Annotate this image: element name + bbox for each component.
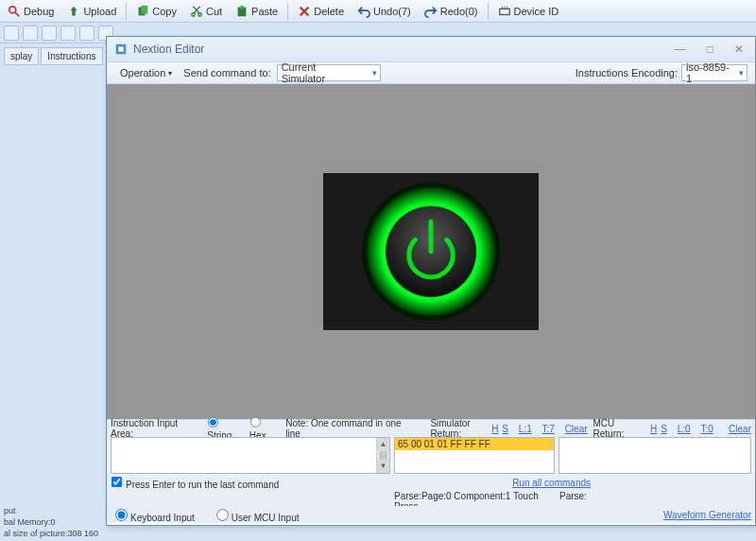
- paste-button[interactable]: Paste: [230, 2, 284, 21]
- operation-menu[interactable]: Operation ▾: [114, 65, 178, 80]
- debug-label: Debug: [24, 6, 54, 17]
- maximize-button[interactable]: □: [703, 43, 717, 56]
- note-label: Note: One command in one line: [285, 418, 417, 439]
- status-mem: bal Memory:0: [4, 516, 100, 528]
- mcu-clear-link[interactable]: Clear: [729, 424, 751, 434]
- mcu-h-link[interactable]: H: [650, 424, 657, 434]
- mcu-return-box[interactable]: [558, 437, 751, 474]
- device-icon: [498, 5, 511, 18]
- svg-rect-3: [142, 5, 148, 13]
- run-all-link[interactable]: Run all commands: [512, 478, 591, 488]
- simret-header: Simulator Return: H S L:1 T:7 Clear: [430, 418, 587, 439]
- svg-line-6: [194, 6, 199, 12]
- simret-t-link[interactable]: T:7: [542, 424, 555, 434]
- simret-label: Simulator Return:: [430, 418, 488, 439]
- user-mcu-input-radio[interactable]: User MCU Input: [212, 506, 300, 523]
- align-icon-5[interactable]: [79, 26, 94, 41]
- send-to-label: Send command to:: [183, 67, 270, 79]
- simulator-toolbar: Operation ▾ Send command to: Current Sim…: [107, 61, 755, 84]
- status-put: put: [4, 505, 100, 516]
- mcuret-header: MCU Return: H S L:0 T:0 Clear: [593, 418, 751, 439]
- input-area-label: Instruction Input Area:: [111, 418, 201, 439]
- cut-button[interactable]: Cut: [184, 2, 228, 21]
- scroll-down-icon[interactable]: ▼: [377, 460, 389, 473]
- cut-label: Cut: [206, 6, 222, 17]
- tab-instructions[interactable]: Instructions: [41, 47, 102, 65]
- svg-point-4: [192, 12, 196, 16]
- redo-label: Redo(0): [440, 6, 478, 17]
- dropdown-icon: ▾: [168, 69, 172, 78]
- keyboard-input-radio[interactable]: Keyboard Input: [111, 506, 195, 523]
- text-panels: ▲ ▼ 65 00 01 01 FF FF FF: [107, 437, 755, 474]
- redo-icon: [424, 5, 438, 18]
- simret-l-link[interactable]: L:1: [519, 424, 532, 434]
- simret-clear-link[interactable]: Clear: [565, 424, 588, 434]
- encoding-value: iso-8859-1: [686, 61, 730, 84]
- simulated-screen[interactable]: [323, 173, 539, 330]
- redo-button[interactable]: Redo(0): [419, 2, 484, 21]
- device-id-button[interactable]: Device ID: [492, 2, 565, 21]
- align-icon-3[interactable]: [42, 26, 57, 41]
- simret-s-link[interactable]: S: [502, 424, 508, 434]
- send-to-value: Current Simulator: [282, 61, 363, 84]
- undo-label: Undo(7): [373, 6, 411, 17]
- align-icon-2[interactable]: [23, 26, 38, 41]
- encoding-combo[interactable]: iso-8859-1: [681, 64, 747, 81]
- minimize-button[interactable]: —: [671, 43, 690, 56]
- svg-point-0: [9, 6, 16, 12]
- parse-sim: Parse:Page:0 Component:1 Touch Press: [394, 491, 559, 506]
- status-size: al size of picture:308 160: [4, 528, 100, 539]
- magnify-icon: [8, 5, 21, 18]
- copy-label: Copy: [152, 6, 177, 17]
- main-toolbar: Debug Upload Copy Cut Paste Delete Undo(…: [0, 0, 756, 23]
- window-controls: — □ ✕: [671, 43, 747, 56]
- mcu-t-link[interactable]: T:0: [700, 424, 713, 434]
- status-bar: put bal Memory:0 al size of picture:308 …: [0, 503, 104, 541]
- upload-icon: [67, 5, 80, 18]
- paste-label: Paste: [251, 6, 278, 17]
- copy-icon: [136, 5, 149, 18]
- bottom-panel: Instruction Input Area: String Hex Note:…: [107, 419, 755, 523]
- simulator-titlebar[interactable]: Nextion Editor — □ ✕: [107, 37, 755, 61]
- align-icon-4[interactable]: [60, 26, 76, 41]
- instruction-input[interactable]: ▲ ▼: [111, 437, 390, 474]
- delete-button[interactable]: Delete: [292, 2, 350, 21]
- parse-mcu: Parse:: [559, 491, 606, 506]
- display-area: [107, 84, 755, 419]
- input-mode-row: Keyboard Input User MCU Input Waveform G…: [107, 506, 755, 523]
- simulator-return-box[interactable]: 65 00 01 01 FF FF FF: [394, 437, 555, 474]
- undo-button[interactable]: Undo(7): [352, 2, 417, 21]
- svg-point-5: [198, 12, 202, 16]
- close-button[interactable]: ✕: [730, 43, 747, 56]
- align-icon-1[interactable]: [4, 26, 19, 41]
- tab-display[interactable]: splay: [4, 47, 39, 65]
- paste-icon: [235, 5, 249, 18]
- undo-icon: [357, 5, 370, 18]
- x-icon: [298, 5, 311, 18]
- copy-button[interactable]: Copy: [130, 2, 182, 21]
- delete-label: Delete: [314, 6, 344, 17]
- nextion-logo-icon: [114, 43, 128, 56]
- debug-button[interactable]: Debug: [2, 2, 60, 21]
- upload-button[interactable]: Upload: [61, 2, 122, 21]
- mcu-s-link[interactable]: S: [661, 424, 667, 434]
- bottom-header-row: Instruction Input Area: String Hex Note:…: [107, 420, 755, 437]
- press-enter-checkbox[interactable]: Press Enter to run the last command: [111, 476, 279, 490]
- svg-line-7: [193, 6, 198, 12]
- power-button-icon[interactable]: [352, 173, 509, 330]
- separator: [126, 3, 127, 20]
- waveform-generator-link[interactable]: Waveform Generator: [663, 510, 751, 520]
- encoding-group: Instructions Encoding: iso-8859-1: [576, 64, 747, 81]
- separator: [287, 3, 288, 20]
- svg-rect-9: [240, 5, 244, 9]
- scroll-up-icon[interactable]: ▲: [377, 438, 389, 451]
- simulator-title: Nextion Editor: [133, 43, 204, 56]
- device-id-label: Device ID: [514, 6, 559, 17]
- simulator-return-value: 65 00 01 01 FF FF FF: [395, 438, 554, 450]
- simret-h-link[interactable]: H: [491, 424, 498, 434]
- mcuret-label: MCU Return:: [593, 418, 647, 439]
- upload-label: Upload: [83, 6, 116, 17]
- scrollbar[interactable]: ▲ ▼: [376, 438, 389, 473]
- send-to-combo[interactable]: Current Simulator: [277, 64, 381, 81]
- mcu-l-link[interactable]: L:0: [678, 424, 691, 434]
